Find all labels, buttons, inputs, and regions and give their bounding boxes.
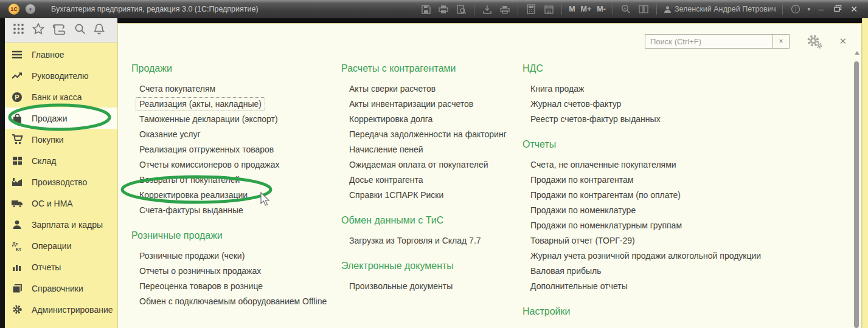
sidebar-item-bank-i-kassa[interactable]: P Банк и касса (0, 86, 117, 108)
search-input[interactable] (645, 34, 773, 49)
menu-item[interactable]: Реестр счетов-фактур выданных (523, 112, 851, 127)
sidebar-item-glavnoe[interactable]: Главное (0, 44, 117, 65)
print-preview-icon[interactable] (455, 3, 467, 15)
menu-item[interactable]: Досье контрагента (341, 173, 519, 188)
memory-button[interactable]: M (569, 5, 575, 13)
section-title: Обмен данными с ТиС (341, 215, 519, 227)
section-title: НДС (523, 63, 851, 75)
zoom-in-icon[interactable] (620, 3, 632, 15)
menu-item[interactable]: Отчеты о розничных продажах (131, 264, 338, 279)
menu-item-realizatsiya[interactable]: Реализация (акты, накладные) (131, 97, 338, 112)
sidebar-toolbar (0, 18, 117, 43)
calculator-icon[interactable] (525, 3, 537, 15)
svg-text:Кт: Кт (16, 247, 21, 251)
print-icon[interactable] (437, 3, 450, 15)
sidebar-item-proizvodstvo[interactable]: Производство (0, 171, 117, 193)
sidebar-item-prodazhi[interactable]: Продажи (0, 108, 117, 129)
cart-icon (11, 134, 23, 146)
menu-item[interactable]: Оказание услуг (131, 127, 338, 142)
memory-minus-button[interactable]: M- (597, 5, 606, 13)
menu-item[interactable]: Продажи по номенклатуре (523, 203, 851, 218)
section-title: Настройки (523, 306, 851, 318)
menu-item[interactable]: Счета покупателям (131, 81, 338, 97)
menu-item[interactable]: Валовая прибыль (523, 264, 851, 279)
menu-item[interactable]: Продажи по контрагентам (523, 173, 851, 188)
sidebar-item-operacii[interactable]: ДтКт Операции (0, 235, 117, 256)
menu-item[interactable]: Журнал учета розничной продажи алкогольн… (523, 248, 851, 264)
menu-item[interactable]: Товарный отчет (ТОРГ-29) (523, 233, 851, 248)
truck-icon (11, 197, 23, 210)
title-bar: 1С ▾ Бухгалтерия предприятия, редакция 3… (0, 0, 868, 18)
current-user-button[interactable]: Зеленский Андрей Петрович (664, 5, 776, 13)
books-icon (11, 282, 23, 295)
chevron-down-icon[interactable]: ▾ (807, 6, 810, 12)
search-clear-button[interactable]: × (773, 34, 790, 49)
person-icon (11, 219, 23, 231)
section-title: Электронные документы (341, 261, 519, 273)
vertical-scrollbar[interactable] (854, 51, 859, 328)
menu-item[interactable]: Счета-фактуры выданные (131, 203, 338, 218)
menu-item[interactable]: Справки 1СПАРК Риски (341, 188, 519, 203)
menu-item[interactable]: Продажи по номенклатурным группам (523, 218, 851, 233)
menu-item[interactable]: Журнал счетов-фактур (523, 97, 851, 112)
save-icon[interactable] (420, 3, 432, 15)
menu-item[interactable]: Возвраты от покупателей (131, 173, 338, 188)
warehouse-icon (11, 155, 23, 167)
section-prodazhi: Продажи Счета покупателям Реализация (ак… (131, 63, 338, 218)
menu-item[interactable]: Загрузка из Торговля и Склад 7.7 (341, 233, 519, 248)
restore-button[interactable] (832, 4, 843, 14)
menu-item[interactable]: Розничные продажи (чеки) (131, 248, 338, 264)
menu-column-1: Продажи Счета покупателям Реализация (ак… (131, 63, 338, 321)
scroll-up-arrow-icon[interactable] (855, 51, 859, 55)
menu-item[interactable]: Переоценка товаров в рознице (131, 279, 338, 294)
scrollbar-thumb[interactable] (854, 61, 859, 328)
menu-lines-icon (11, 49, 23, 61)
app-logo-1c-icon: 1С (9, 4, 19, 15)
menu-item[interactable]: Книга продаж (523, 81, 851, 97)
menu-item[interactable]: Акты сверки расчетов (341, 81, 519, 97)
settings-gears-icon[interactable] (805, 34, 824, 50)
favorites-star-icon[interactable] (32, 23, 44, 37)
menu-item[interactable]: Начисление пеней (341, 142, 519, 157)
minimize-button[interactable]: – (816, 4, 827, 14)
menu-item[interactable]: Акты инвентаризации расчетов (341, 97, 519, 112)
search-icon[interactable] (74, 23, 86, 37)
menu-item[interactable]: Ожидаемая оплата от покупателей (341, 157, 519, 173)
menu-item[interactable]: Реализация отгруженных товаров (131, 142, 338, 157)
history-scroll-icon[interactable] (52, 24, 66, 37)
user-icon (664, 5, 672, 13)
section-title: Расчеты с контрагентами (341, 63, 519, 75)
window-title: Бухгалтерия предприятия, редакция 3.0 (1… (51, 5, 259, 13)
menu-item[interactable]: Счета, не оплаченные покупателями (523, 157, 851, 173)
sidebar-item-os-i-nma[interactable]: ОС и НМА (0, 193, 117, 214)
split-panels-icon[interactable] (637, 3, 650, 15)
info-icon[interactable]: i (790, 3, 802, 15)
sidebar-item-zarplata-i-kadry[interactable]: Зарплата и кадры (0, 214, 117, 235)
attach-icon[interactable] (481, 3, 493, 15)
calendar-icon[interactable]: 31 (543, 3, 555, 15)
menu-item[interactable]: Отчеты комиссионеров о продажах (131, 157, 338, 173)
close-button[interactable]: ✕ (849, 4, 859, 14)
sidebar-item-administrirovanie[interactable]: Администрирование (0, 299, 117, 320)
send-print-icon[interactable] (499, 3, 511, 15)
sidebar-item-rukovoditelyu[interactable]: Руководителю (0, 65, 117, 86)
notifications-bell-icon[interactable] (94, 23, 105, 37)
menu-item-korrektirovka-realizatsii[interactable]: Корректировка реализации (131, 188, 338, 203)
panel-close-icon[interactable]: ✕ (839, 36, 847, 47)
memory-plus-button[interactable]: M+ (581, 5, 592, 13)
sidebar-item-pokupki[interactable]: Покупки (0, 129, 117, 150)
menu-item[interactable]: Продажи по контрагентам (по оплате) (523, 188, 851, 203)
menu-item[interactable]: Обмен с подключаемым оборудованием Offli… (131, 294, 338, 309)
sidebar-item-sklad[interactable]: Склад (0, 150, 117, 171)
main-menu-button[interactable]: ▾ (26, 4, 35, 14)
menu-item[interactable]: Передача задолженности на факторинг (341, 127, 519, 142)
menu-item[interactable]: Корректировка долга (341, 112, 519, 127)
apps-grid-icon[interactable] (13, 23, 24, 37)
right-edge-strip (862, 18, 868, 328)
svg-text:Дт: Дт (12, 241, 18, 247)
menu-item[interactable]: Таможенные декларации (экспорт) (131, 112, 338, 127)
menu-item[interactable]: Произвольные документы (341, 279, 519, 294)
sidebar-item-spravochniki[interactable]: Справочники (0, 278, 117, 299)
sidebar-item-otchety[interactable]: Отчеты (0, 256, 117, 278)
menu-item[interactable]: Дополнительные отчеты (523, 279, 851, 294)
